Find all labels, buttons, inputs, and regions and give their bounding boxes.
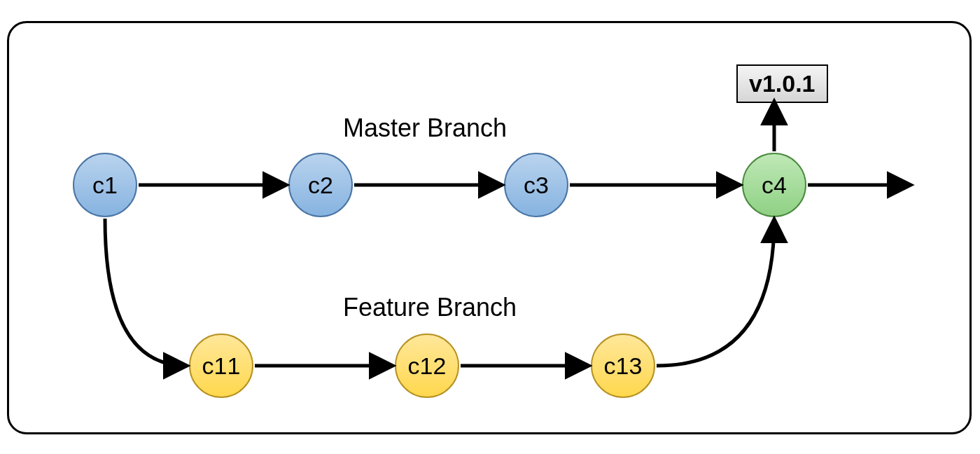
edge-c13-c4 <box>657 220 774 366</box>
commit-c11: c11 <box>189 333 253 398</box>
tag-v1-0-1: v1.0.1 <box>736 64 828 103</box>
commit-c4: c4 <box>742 153 806 217</box>
git-branch-diagram: Master Branch Feature Branch v1.0.1 c1 c… <box>0 0 980 454</box>
commit-c13: c13 <box>591 333 655 398</box>
commit-c2: c2 <box>288 153 353 217</box>
edge-c1-c11 <box>105 219 186 366</box>
commit-c3: c3 <box>504 153 568 217</box>
arrows-layer <box>0 0 980 454</box>
master-branch-label: Master Branch <box>343 114 507 143</box>
commit-c12: c12 <box>395 333 459 398</box>
feature-branch-label: Feature Branch <box>343 293 517 322</box>
commit-c1: c1 <box>73 153 137 217</box>
